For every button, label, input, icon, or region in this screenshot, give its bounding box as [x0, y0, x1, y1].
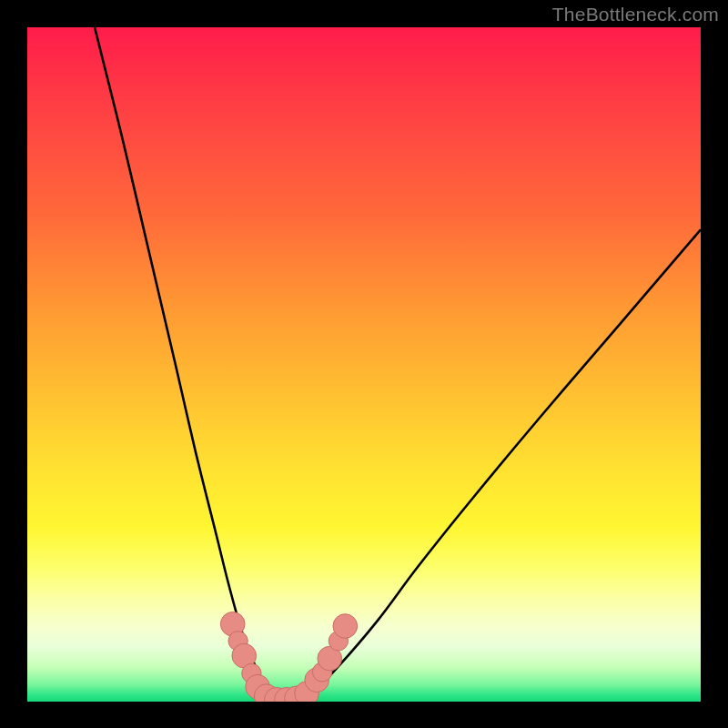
plot-area: [27, 27, 701, 702]
bottleneck-curve: [95, 27, 701, 702]
curve-marker: [333, 614, 358, 639]
curve-markers: [220, 612, 357, 702]
chart-frame: TheBottleneck.com: [0, 0, 728, 728]
bottleneck-curve-svg: [27, 27, 701, 702]
watermark-text: TheBottleneck.com: [552, 4, 719, 25]
